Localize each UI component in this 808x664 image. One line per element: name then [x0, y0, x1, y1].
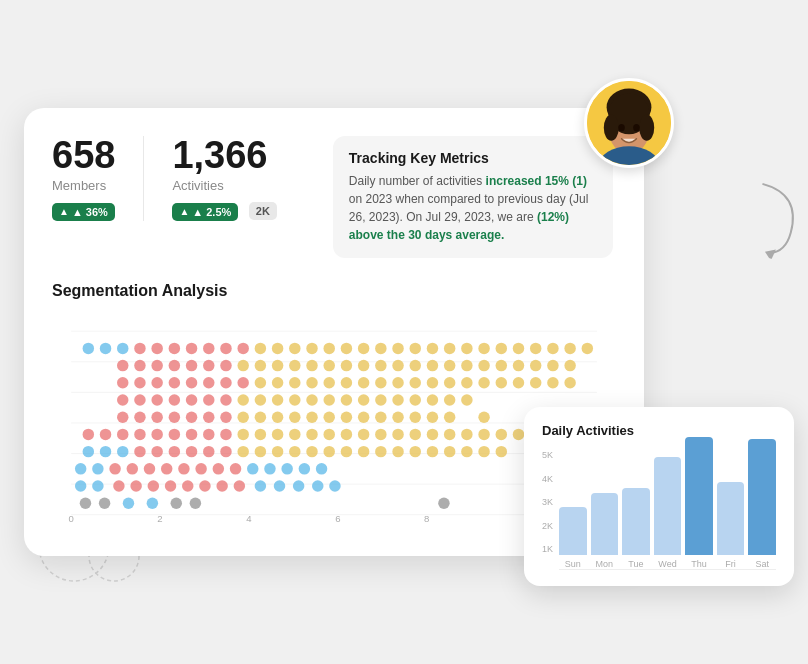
svg-point-223: [375, 343, 386, 354]
svg-point-121: [358, 411, 369, 422]
svg-point-189: [289, 360, 300, 371]
svg-point-215: [237, 343, 248, 354]
svg-point-193: [358, 360, 369, 371]
svg-point-138: [237, 394, 248, 405]
svg-point-176: [530, 377, 541, 388]
bar-x-label: Thu: [691, 559, 707, 569]
svg-point-147: [392, 394, 403, 405]
bar-col: Fri: [717, 482, 745, 569]
bar-col: Sun: [559, 507, 587, 569]
svg-point-124: [410, 411, 421, 422]
svg-point-116: [272, 411, 283, 422]
svg-point-54: [100, 446, 111, 457]
svg-point-221: [341, 343, 352, 354]
svg-point-107: [117, 411, 128, 422]
y-label-2k: 2K: [542, 521, 553, 531]
svg-point-4: [604, 115, 619, 141]
svg-point-222: [358, 343, 369, 354]
daily-activities-card: Daily Activities 5K 4K 3K 2K 1K SunMonTu…: [524, 407, 794, 586]
svg-point-229: [478, 343, 489, 354]
svg-point-142: [306, 394, 317, 405]
svg-point-51: [299, 463, 310, 474]
svg-point-22: [438, 498, 449, 509]
svg-point-188: [272, 360, 283, 371]
activities-arrow-icon: ▲: [179, 206, 189, 217]
svg-point-153: [134, 377, 145, 388]
y-label-4k: 4K: [542, 474, 553, 484]
bar-x-label: Wed: [658, 559, 676, 569]
members-value: 658: [52, 136, 115, 174]
bar-x-label: Tue: [628, 559, 643, 569]
svg-point-171: [444, 377, 455, 388]
bar-x-label: Fri: [725, 559, 736, 569]
svg-point-79: [100, 429, 111, 440]
svg-point-135: [186, 394, 197, 405]
svg-point-151: [461, 394, 472, 405]
svg-point-209: [134, 343, 145, 354]
svg-point-7: [633, 124, 640, 131]
svg-point-38: [75, 463, 86, 474]
svg-point-166: [358, 377, 369, 388]
svg-point-40: [109, 463, 120, 474]
svg-point-211: [169, 343, 180, 354]
activities-badge: ▲ ▲ 2.5%: [172, 203, 238, 221]
svg-point-103: [513, 429, 524, 440]
svg-point-201: [496, 360, 507, 371]
svg-point-100: [461, 429, 472, 440]
svg-point-195: [392, 360, 403, 371]
svg-point-136: [203, 394, 214, 405]
svg-point-91: [306, 429, 317, 440]
svg-point-50: [281, 463, 292, 474]
svg-point-76: [478, 446, 489, 457]
svg-point-214: [220, 343, 231, 354]
svg-point-219: [306, 343, 317, 354]
bar-col: Thu: [685, 437, 713, 569]
svg-point-56: [134, 446, 145, 457]
tracking-text: Daily number of activities increased 15%…: [349, 172, 597, 244]
svg-point-95: [375, 429, 386, 440]
daily-activities-title: Daily Activities: [542, 423, 776, 438]
svg-point-99: [444, 429, 455, 440]
tracking-title: Tracking Key Metrics: [349, 150, 597, 166]
svg-point-57: [151, 446, 162, 457]
y-label-5k: 5K: [542, 450, 553, 460]
svg-point-164: [323, 377, 334, 388]
svg-point-179: [117, 360, 128, 371]
svg-point-61: [220, 446, 231, 457]
svg-point-80: [117, 429, 128, 440]
y-label-1k: 1K: [542, 544, 553, 554]
svg-point-69: [358, 446, 369, 457]
members-badge-text: ▲ 36%: [72, 206, 108, 218]
svg-point-119: [323, 411, 334, 422]
svg-point-122: [375, 411, 386, 422]
svg-point-86: [220, 429, 231, 440]
svg-point-228: [461, 343, 472, 354]
svg-point-35: [293, 480, 304, 491]
svg-point-20: [171, 498, 182, 509]
svg-point-98: [427, 429, 438, 440]
svg-point-113: [220, 411, 231, 422]
members-badge: ▲ ▲ 36%: [52, 203, 115, 221]
svg-point-148: [410, 394, 421, 405]
svg-point-233: [547, 343, 558, 354]
svg-point-156: [186, 377, 197, 388]
svg-point-97: [410, 429, 421, 440]
svg-point-208: [117, 343, 128, 354]
svg-point-41: [127, 463, 138, 474]
svg-point-225: [410, 343, 421, 354]
svg-text:6: 6: [335, 513, 340, 524]
svg-point-24: [92, 480, 103, 491]
svg-point-192: [341, 360, 352, 371]
svg-point-118: [306, 411, 317, 422]
svg-point-44: [178, 463, 189, 474]
svg-point-59: [186, 446, 197, 457]
svg-point-72: [410, 446, 421, 457]
svg-point-183: [186, 360, 197, 371]
members-metric: 658 Members ▲ ▲ 36%: [52, 136, 144, 221]
svg-point-110: [169, 411, 180, 422]
svg-point-137: [220, 394, 231, 405]
svg-point-227: [444, 343, 455, 354]
svg-point-33: [255, 480, 266, 491]
segmentation-title: Segmentation Analysis: [52, 282, 616, 300]
svg-point-177: [547, 377, 558, 388]
